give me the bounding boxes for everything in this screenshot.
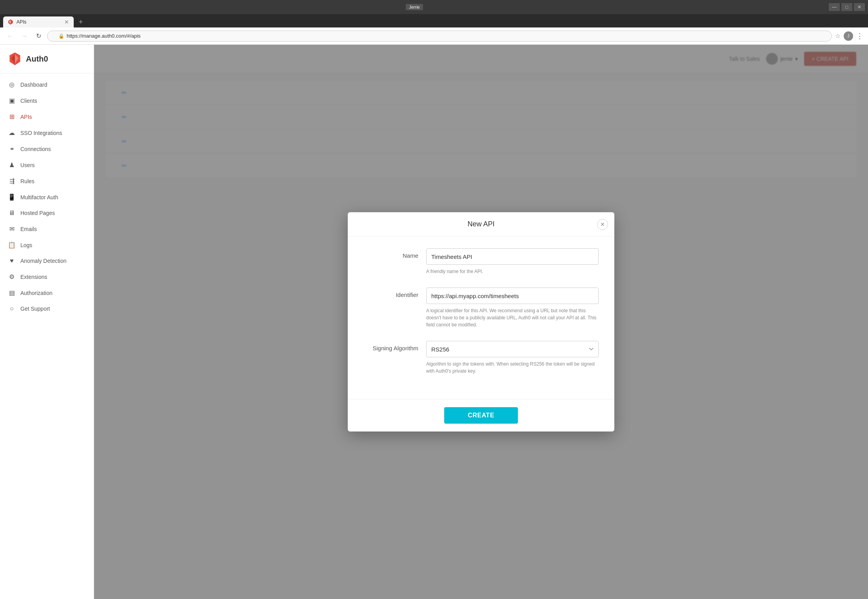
sidebar-item-label: Emails bbox=[20, 226, 37, 232]
sidebar-item-label: Rules bbox=[20, 178, 35, 184]
sidebar-item-label: Extensions bbox=[20, 274, 47, 280]
main-content: Talk to Sales jerrie ▾ + CREATE API ✏ ✏ … bbox=[94, 45, 868, 599]
sidebar: Auth0 ◎ Dashboard ▣ Clients ⊞ APIs ☁ SSO… bbox=[0, 45, 94, 599]
multifactor-icon: 📱 bbox=[8, 193, 16, 201]
modal-footer: CREATE bbox=[348, 399, 614, 431]
connections-icon: ⚭ bbox=[8, 145, 16, 153]
name-field-container: A friendly name for the API. bbox=[426, 248, 599, 275]
identifier-hint: A logical identifier for this API. We re… bbox=[426, 307, 599, 328]
sidebar-item-support[interactable]: ○ Get Support bbox=[0, 301, 94, 317]
sidebar-item-emails[interactable]: ✉ Emails bbox=[0, 221, 94, 237]
sidebar-item-label: Multifactor Auth bbox=[20, 194, 58, 200]
sidebar-item-label: Connections bbox=[20, 146, 51, 152]
sidebar-nav: ◎ Dashboard ▣ Clients ⊞ APIs ☁ SSO Integ… bbox=[0, 73, 94, 320]
sidebar-item-hosted-pages[interactable]: 🖥 Hosted Pages bbox=[0, 205, 94, 221]
bookmark-icon[interactable]: ☆ bbox=[835, 32, 841, 40]
back-button[interactable]: ← bbox=[5, 31, 16, 42]
support-icon: ○ bbox=[8, 305, 16, 312]
sidebar-item-label: Get Support bbox=[20, 306, 50, 312]
sidebar-item-label: SSO Integrations bbox=[20, 130, 62, 136]
apis-icon: ⊞ bbox=[8, 113, 16, 120]
sidebar-logo: Auth0 bbox=[0, 45, 94, 73]
signing-algorithm-field-container: RS256 HS256 Algorithm to sign the tokens… bbox=[426, 341, 599, 375]
authorization-icon: ▤ bbox=[8, 289, 16, 297]
sidebar-item-extensions[interactable]: ⚙ Extensions bbox=[0, 269, 94, 285]
browser-menu-icon[interactable]: ⋮ bbox=[856, 32, 863, 40]
name-input[interactable] bbox=[426, 248, 599, 265]
anomaly-icon: ♥ bbox=[8, 257, 16, 264]
hosted-pages-icon: 🖥 bbox=[8, 209, 16, 217]
sidebar-item-rules[interactable]: ⇶ Rules bbox=[0, 173, 94, 189]
maximize-button[interactable]: □ bbox=[841, 3, 852, 11]
clients-icon: ▣ bbox=[8, 97, 16, 104]
name-label: Name bbox=[363, 248, 418, 259]
sidebar-item-label: Dashboard bbox=[20, 82, 47, 88]
reload-button[interactable]: ↻ bbox=[33, 31, 44, 42]
browser-addressbar: ← → ↻ 🔒 https://manage.auth0.com/#/apis … bbox=[0, 27, 868, 45]
app-container: Auth0 ◎ Dashboard ▣ Clients ⊞ APIs ☁ SSO… bbox=[0, 45, 868, 599]
logs-icon: 📋 bbox=[8, 241, 16, 249]
sidebar-item-label: Hosted Pages bbox=[20, 210, 55, 216]
sidebar-item-sso[interactable]: ☁ SSO Integrations bbox=[0, 125, 94, 141]
forward-button[interactable]: → bbox=[19, 31, 30, 42]
identifier-field-container: A logical identifier for this API. We re… bbox=[426, 288, 599, 328]
sidebar-item-label: Clients bbox=[20, 98, 37, 104]
modal-close-button[interactable]: ✕ bbox=[597, 219, 608, 230]
sso-icon: ☁ bbox=[8, 129, 16, 137]
sidebar-item-connections[interactable]: ⚭ Connections bbox=[0, 141, 94, 157]
sidebar-item-authorization[interactable]: ▤ Authorization bbox=[0, 285, 94, 301]
sidebar-item-label: Anomaly Detection bbox=[20, 258, 67, 264]
sidebar-item-clients[interactable]: ▣ Clients bbox=[0, 93, 94, 109]
browser-title-bar: Jerrie — □ ✕ bbox=[0, 0, 868, 14]
sidebar-item-dashboard[interactable]: ◎ Dashboard bbox=[0, 76, 94, 93]
address-bar[interactable]: 🔒 https://manage.auth0.com/#/apis bbox=[47, 31, 832, 42]
sidebar-item-multifactor[interactable]: 📱 Multifactor Auth bbox=[0, 189, 94, 205]
minimize-button[interactable]: — bbox=[829, 3, 840, 11]
signing-algorithm-label: Signing Algorithm bbox=[363, 341, 418, 351]
modal-title: New API bbox=[467, 220, 494, 228]
identifier-input[interactable] bbox=[426, 288, 599, 304]
sidebar-item-label: APIs bbox=[20, 114, 32, 120]
auth0-logo-icon bbox=[8, 52, 22, 66]
rules-icon: ⇶ bbox=[8, 177, 16, 185]
name-hint: A friendly name for the API. bbox=[426, 268, 599, 275]
sidebar-item-apis[interactable]: ⊞ APIs bbox=[0, 109, 94, 125]
signing-algorithm-select[interactable]: RS256 HS256 bbox=[426, 341, 599, 357]
extensions-icon: ⚙ bbox=[8, 273, 16, 280]
browser-tabs: APIs ✕ + bbox=[0, 14, 868, 27]
tab-close-button[interactable]: ✕ bbox=[64, 19, 69, 25]
identifier-label: Identifier bbox=[363, 288, 418, 298]
dashboard-icon: ◎ bbox=[8, 81, 16, 88]
profile-icon: J bbox=[844, 31, 853, 41]
new-api-modal: New API ✕ Name A friendly name for the A… bbox=[348, 212, 614, 431]
window-controls: — □ ✕ bbox=[829, 3, 865, 11]
sidebar-item-anomaly[interactable]: ♥ Anomaly Detection bbox=[0, 253, 94, 269]
emails-icon: ✉ bbox=[8, 225, 16, 233]
sidebar-item-logs[interactable]: 📋 Logs bbox=[0, 237, 94, 253]
create-button[interactable]: CREATE bbox=[444, 407, 518, 424]
tab-favicon bbox=[8, 19, 13, 25]
lock-icon: 🔒 bbox=[58, 33, 64, 39]
name-form-group: Name A friendly name for the API. bbox=[363, 248, 599, 275]
sidebar-item-users[interactable]: ♟ Users bbox=[0, 157, 94, 173]
logo-text: Auth0 bbox=[26, 55, 48, 64]
identifier-form-group: Identifier A logical identifier for this… bbox=[363, 288, 599, 328]
signing-algorithm-hint: Algorithm to sign the tokens with. When … bbox=[426, 360, 599, 375]
sidebar-item-label: Logs bbox=[20, 242, 32, 248]
users-icon: ♟ bbox=[8, 161, 16, 169]
new-tab-button[interactable]: + bbox=[75, 16, 86, 27]
modal-body: Name A friendly name for the API. Identi… bbox=[348, 237, 614, 399]
url-text: https://manage.auth0.com/#/apis bbox=[67, 33, 141, 39]
sidebar-item-label: Users bbox=[20, 162, 35, 168]
active-tab[interactable]: APIs ✕ bbox=[3, 16, 74, 27]
modal-overlay: New API ✕ Name A friendly name for the A… bbox=[94, 45, 868, 599]
sidebar-item-label: Authorization bbox=[20, 290, 53, 296]
close-window-button[interactable]: ✕ bbox=[854, 3, 865, 11]
user-badge: Jerrie bbox=[406, 4, 423, 10]
signing-algorithm-form-group: Signing Algorithm RS256 HS256 Algorithm … bbox=[363, 341, 599, 375]
modal-header: New API ✕ bbox=[348, 212, 614, 237]
tab-title: APIs bbox=[16, 19, 26, 25]
